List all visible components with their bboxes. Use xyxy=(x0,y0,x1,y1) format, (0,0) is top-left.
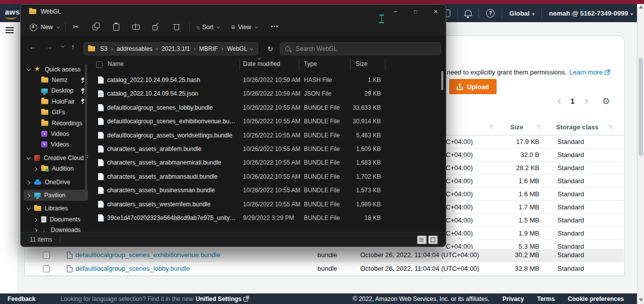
upload-button[interactable]: Upload xyxy=(449,79,497,94)
scroll-down-arrow-icon[interactable] xyxy=(639,298,643,301)
delete-icon[interactable] xyxy=(172,22,182,32)
breadcrumb-label[interactable]: MBRIF xyxy=(198,45,219,52)
unified-settings-link[interactable]: Unified Settings xyxy=(196,295,249,302)
notifications-bell-icon[interactable] xyxy=(465,10,471,16)
hamburger-menu-icon[interactable] xyxy=(6,27,14,33)
breadcrumb-label[interactable]: S3 xyxy=(99,45,109,52)
object-name-link[interactable]: defaultlocalgroup_scenes_lobby.bundle xyxy=(75,265,190,272)
scrollbar-thumb[interactable] xyxy=(638,58,643,156)
new-button[interactable]: New xyxy=(30,22,60,33)
breadcrumb-label[interactable]: WebGL xyxy=(226,45,248,52)
sidebar-item[interactable]: Quick access xyxy=(24,64,88,74)
terms-link[interactable]: Terms xyxy=(537,295,554,302)
search-input[interactable] xyxy=(295,45,435,53)
sort-icon[interactable] xyxy=(490,124,493,129)
chevron-down-icon[interactable] xyxy=(250,47,253,50)
sidebar-item[interactable]: OneDrive xyxy=(24,177,88,187)
expand-chevron-icon[interactable] xyxy=(34,217,38,221)
file-row[interactable]: characters_assets_arabfem.bundle 10/26/2… xyxy=(91,142,442,156)
expand-chevron-icon[interactable] xyxy=(27,193,31,197)
column-type[interactable]: Type xyxy=(304,60,317,67)
feedback-button[interactable]: Feedback xyxy=(8,295,35,302)
column-storage-class[interactable]: Storage class xyxy=(556,123,599,131)
file-row[interactable]: catalog_2022.10.24.09.54.25.hash 10/26/2… xyxy=(91,73,442,87)
paste-icon[interactable] xyxy=(112,22,122,32)
sidebar-item[interactable]: HoloFair xyxy=(24,96,88,107)
account-menu[interactable]: nemah @ 5162-7349-0999 xyxy=(549,10,633,17)
sidebar-scrollbar[interactable] xyxy=(85,64,87,199)
privacy-link[interactable]: Privacy xyxy=(503,295,524,302)
sidebar-item[interactable]: Videos xyxy=(24,128,88,139)
cookie-preferences-link[interactable]: Cookie preferences xyxy=(568,295,624,302)
share-icon[interactable] xyxy=(152,22,162,32)
expand-chevron-icon[interactable] xyxy=(27,156,31,160)
details-view-button[interactable] xyxy=(417,236,427,244)
browser-scrollbar[interactable] xyxy=(637,4,644,304)
sort-button[interactable]: Sort xyxy=(196,22,220,33)
sidebar-item[interactable]: Recordings xyxy=(24,118,88,128)
expand-chevron-icon[interactable] xyxy=(34,167,38,171)
sidebar-item[interactable]: Desktop xyxy=(24,86,88,96)
sidebar-item[interactable]: Creative Cloud Fil xyxy=(24,153,88,163)
copy-icon[interactable] xyxy=(92,22,102,32)
file-row[interactable]: characters_assets_westernfem.bundle 10/2… xyxy=(91,197,442,211)
expand-chevron-icon[interactable] xyxy=(27,180,31,184)
s3-row-partial[interactable]: C+04:00) 1.6 MB Standard xyxy=(445,188,624,201)
sidebar-item[interactable]: GIFs xyxy=(24,107,88,118)
back-button[interactable] xyxy=(27,40,39,52)
minimize-button[interactable] xyxy=(385,5,406,19)
refresh-icon[interactable] xyxy=(264,42,277,55)
file-row[interactable]: defaultlocalgroup_scenes_lobby.bundle 10… xyxy=(91,101,442,114)
help-icon[interactable] xyxy=(486,9,495,18)
column-divider[interactable] xyxy=(239,59,240,70)
s3-row[interactable]: defaultlocalgroup_scenes_lobby.bundle bu… xyxy=(25,262,624,276)
s3-row-partial[interactable]: C+04:00) 28.2 KB Standard xyxy=(445,162,624,175)
file-row[interactable]: defaultlocalgroup_assets_worldsettings.b… xyxy=(91,128,442,142)
column-size[interactable]: Size xyxy=(510,123,523,131)
s3-row[interactable]: defaultlocalgroup_scenes_exhibitionvenue… xyxy=(25,249,624,262)
column-divider[interactable] xyxy=(385,59,385,70)
scroll-up-arrow-icon[interactable] xyxy=(639,6,643,9)
file-row[interactable]: catalog_2022.10.24.09.54.25.json 10/26/2… xyxy=(91,87,442,100)
view-button[interactable]: View xyxy=(231,22,258,33)
expand-chevron-icon[interactable] xyxy=(27,206,31,210)
column-size[interactable]: Size xyxy=(356,60,367,67)
sidebar-item[interactable]: Pavilion xyxy=(24,190,88,200)
s3-row-partial[interactable]: C+04:00) 1.9 MB Standard xyxy=(445,227,624,240)
column-date-modified[interactable]: Date modified xyxy=(243,60,280,67)
column-divider[interactable] xyxy=(350,59,351,70)
breadcrumb-label[interactable]: addressables xyxy=(116,45,153,52)
search-box[interactable] xyxy=(280,42,441,55)
row-checkbox[interactable] xyxy=(43,265,50,272)
close-button[interactable] xyxy=(426,5,446,19)
sidebar-item[interactable]: Audition xyxy=(24,164,88,174)
file-row[interactable]: 39ce1d47c0202323e564b8cd9ab7e975_unitybu… xyxy=(91,211,442,224)
row-checkbox[interactable] xyxy=(43,252,50,259)
maximize-button[interactable] xyxy=(406,5,426,19)
sort-icon[interactable] xyxy=(537,124,540,129)
file-row[interactable]: characters_assets_arabmanemirati.bundle … xyxy=(91,156,442,169)
region-menu[interactable]: Global xyxy=(509,10,534,17)
sidebar-item[interactable]: Libraries xyxy=(24,203,88,214)
breadcrumb-label[interactable]: 2021.3.1f1 xyxy=(160,45,191,52)
next-page-icon[interactable] xyxy=(584,99,588,103)
file-row[interactable]: defaultlocalgroup_scenes_exhibitionvenue… xyxy=(91,114,442,128)
learn-more-link[interactable]: Learn more xyxy=(569,68,610,76)
s3-row-partial[interactable]: C+04:00) 32.0 B Standard xyxy=(445,148,624,162)
address-bar[interactable]: S3 addressables 2021.3.1f1 MBRIF WebGL xyxy=(84,42,258,55)
column-divider[interactable] xyxy=(299,59,299,70)
file-row[interactable]: characters_assets_arabmansaudi.bundle 10… xyxy=(91,170,442,183)
s3-row-partial[interactable]: C+04:00) 1.6 MB Standard xyxy=(445,175,624,188)
up-button[interactable] xyxy=(67,40,79,52)
column-name[interactable]: Name xyxy=(108,60,124,67)
settings-gear-icon[interactable] xyxy=(602,97,610,106)
page-number[interactable]: 1 xyxy=(571,97,575,105)
more-options-icon[interactable] xyxy=(271,26,278,28)
s3-row-partial[interactable]: C+04:00) 17.9 KB Standard xyxy=(445,135,624,148)
aws-logo[interactable]: aws xyxy=(5,8,20,19)
file-row[interactable]: characters_assets_businessman.bundle 10/… xyxy=(91,183,442,197)
sidebar-item[interactable]: Videos xyxy=(24,139,88,150)
sidebar-item[interactable]: Documents xyxy=(24,214,88,224)
file-list-scrollbar[interactable] xyxy=(441,71,443,90)
s3-row-partial[interactable]: C+04:00) 1.7 MB Standard xyxy=(445,201,624,214)
